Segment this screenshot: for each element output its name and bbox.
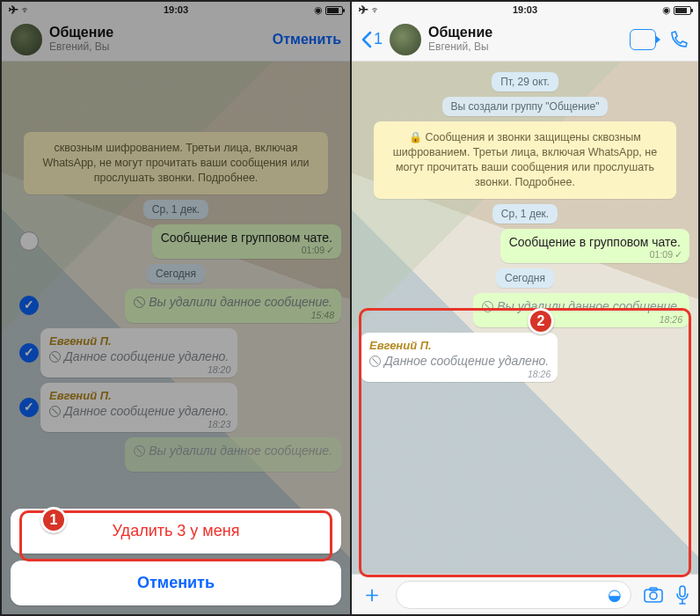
back-count: 1 (374, 30, 383, 48)
date-pill: Ср, 1 дек. (492, 204, 558, 224)
annotation-highlight-wrap: 2 (359, 308, 691, 577)
back-button[interactable]: 1 (361, 30, 383, 48)
phone-right: ✈ ᯤ 19:03 ◉ 1 Общение Евгений, Вы (350, 2, 698, 614)
video-call-button[interactable] (630, 29, 656, 50)
avatar[interactable] (390, 24, 421, 55)
date-pill: Пт, 29 окт. (492, 72, 558, 92)
status-bar: ✈ ᯤ 19:03 ◉ (352, 2, 698, 18)
chat-title-block[interactable]: Общение Евгений, Вы (428, 25, 623, 53)
message-input[interactable]: ◒ (396, 581, 631, 609)
chat-title: Общение (428, 25, 623, 40)
annotation-highlight (359, 308, 691, 577)
system-pill: Вы создали группу "Общение" (442, 97, 609, 116)
svg-rect-0 (645, 590, 662, 602)
camera-icon (644, 587, 663, 603)
sheet-cancel-button[interactable]: Отменить (11, 561, 341, 605)
mic-icon (675, 585, 689, 605)
svg-point-1 (650, 592, 657, 599)
phone-icon (668, 29, 689, 50)
sticker-button[interactable]: ◒ (608, 585, 622, 605)
status-time: 19:03 (352, 4, 698, 15)
phone-left: ✈ ᯤ 19:03 ◉ Общение Евгений, Вы Отменить… (2, 2, 350, 614)
attach-button[interactable]: ＋ (361, 579, 383, 610)
annotation-badge: 1 (40, 507, 67, 533)
message-bubble-out[interactable]: Сообщение в групповом чате. 01:09✓ (500, 229, 689, 263)
encryption-text: Сообщения и звонки защищены сквозным шиф… (393, 131, 657, 188)
message-text: Сообщение в групповом чате. (509, 235, 681, 249)
message-row[interactable]: Сообщение в групповом чате. 01:09✓ (361, 229, 689, 263)
chat-header: 1 Общение Евгений, Вы (352, 18, 698, 62)
voice-call-button[interactable] (668, 29, 689, 50)
annotation-badge: 2 (528, 308, 554, 334)
encryption-banner[interactable]: 🔒 Сообщения и звонки защищены сквозным ш… (374, 121, 676, 199)
chat-subtitle: Евгений, Вы (428, 41, 623, 54)
input-bar: ＋ ◒ (352, 574, 698, 614)
message-time: 01:09✓ (650, 249, 682, 260)
lock-icon: 🔒 (409, 131, 422, 143)
svg-rect-3 (680, 586, 685, 597)
camera-button[interactable] (644, 587, 663, 603)
chevron-left-icon (361, 31, 372, 48)
date-pill: Сегодня (496, 268, 554, 288)
mic-button[interactable] (675, 585, 689, 605)
